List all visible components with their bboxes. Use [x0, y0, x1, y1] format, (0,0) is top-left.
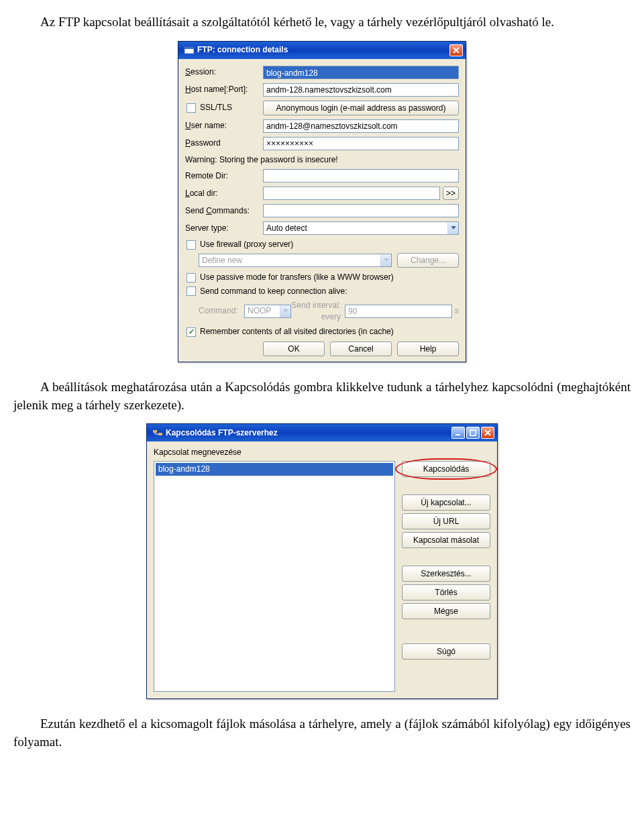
list-item[interactable]: blog-andm128 [156, 463, 393, 476]
svg-rect-3 [158, 433, 162, 435]
server-type-value: Auto detect [266, 223, 307, 234]
chevron-down-icon [380, 254, 391, 266]
change-button: Change... [397, 253, 459, 268]
interval-unit: s [452, 305, 459, 317]
user-label: User name: [185, 120, 263, 132]
close-icon[interactable] [481, 427, 494, 439]
svg-rect-1 [184, 47, 194, 49]
password-warning: Warning: Storing the password is insecur… [185, 154, 459, 166]
ftp-connection-dialog: FTP: connection details Session: blog-an… [178, 41, 466, 363]
copy-connection-button[interactable]: Kapcsolat másolat [402, 532, 490, 548]
command-label: Command: [199, 305, 244, 317]
paragraph-1: Az FTP kapcsolat beállításait a szolgált… [13, 13, 631, 32]
password-input[interactable] [263, 137, 459, 150]
noop-value: NOOP [248, 305, 271, 317]
chevron-down-icon [447, 222, 458, 234]
ftp-connect-dialog: Kapcsolódás FTP-szerverhez Kapcsolat meg… [146, 423, 498, 699]
connection-list-label: Kapcsolat megnevezése [154, 447, 490, 458]
firewall-select: Define new [199, 254, 392, 267]
svg-rect-2 [153, 430, 157, 433]
new-connection-button[interactable]: Új kapcsolat... [402, 494, 490, 511]
remember-label: Remember contents of all visited directo… [200, 326, 394, 337]
dialog-2-title: Kapcsolódás FTP-szerverhez [166, 427, 450, 439]
connection-listbox[interactable]: blog-andm128 [154, 461, 395, 692]
dialog-2-body: Kapcsolat megnevezése blog-andm128 Kapcs… [147, 441, 497, 698]
ssl-checkbox[interactable] [186, 103, 196, 113]
passive-label: Use passive mode for transfers (like a W… [200, 272, 394, 283]
remote-label: Remote Dir: [185, 170, 263, 182]
passive-checkbox[interactable] [186, 273, 196, 282]
remote-dir-input[interactable] [263, 169, 459, 182]
edit-button[interactable]: Szerkesztés... [402, 566, 490, 582]
paragraph-2: A beállítások meghatározása után a Kapcs… [13, 378, 631, 414]
anonymous-login-button[interactable]: Anonymous login (e-mail address as passw… [263, 101, 459, 115]
local-label: Local dir: [185, 188, 263, 199]
host-label: Host name[:Port]: [185, 84, 263, 95]
interval-input [345, 305, 452, 318]
session-input[interactable]: blog-andm128 [263, 66, 459, 79]
dialog-icon [184, 45, 195, 56]
firewall-option: Define new [202, 255, 242, 266]
help-button-2[interactable]: Súgó [402, 643, 490, 660]
ssl-label: SSL/TLS [200, 102, 232, 113]
delete-button[interactable]: Törlés [402, 584, 490, 600]
user-input[interactable] [263, 119, 459, 133]
svg-rect-5 [470, 430, 476, 435]
noop-select: NOOP [244, 305, 291, 318]
chevron-down-icon [280, 305, 290, 317]
dialog-1-wrap: FTP: connection details Session: blog-an… [13, 41, 631, 363]
dialog-1-body: Session: blog-andm128 Host name[:Port]: … [178, 59, 466, 362]
local-dir-browse-button[interactable]: >> [443, 187, 459, 200]
cancel-button[interactable]: Cancel [330, 342, 392, 356]
dialog-2-icon [152, 427, 163, 438]
cancel-button-2[interactable]: Mégse [402, 603, 490, 619]
firewall-label: Use firewall (proxy server) [200, 239, 293, 250]
dialog-2-titlebar[interactable]: Kapcsolódás FTP-szerverhez [147, 424, 497, 441]
maximize-icon[interactable] [466, 427, 480, 439]
keepalive-checkbox[interactable] [186, 286, 196, 296]
dialog-1-title: FTP: connection details [197, 44, 449, 56]
sendcmd-label: Send Commands: [185, 205, 263, 217]
dialog-1-titlebar[interactable]: FTP: connection details [178, 42, 466, 59]
ok-button[interactable]: OK [263, 342, 325, 356]
dialog-2-wrap: Kapcsolódás FTP-szerverhez Kapcsolat meg… [13, 423, 631, 699]
minimize-icon[interactable] [451, 427, 465, 439]
remember-checkbox[interactable] [186, 327, 196, 337]
password-label: Password [185, 138, 263, 149]
send-commands-input[interactable] [263, 204, 459, 217]
keepalive-label: Send command to keep connection alive: [200, 286, 347, 297]
host-input[interactable] [263, 83, 459, 97]
close-icon[interactable] [449, 44, 463, 56]
server-type-select[interactable]: Auto detect [263, 221, 459, 235]
new-url-button[interactable]: Új URL [402, 513, 490, 529]
interval-label: Send interval: every [291, 300, 345, 323]
help-button[interactable]: Help [397, 342, 459, 356]
session-label: Session: [185, 66, 263, 78]
servertype-label: Server type: [185, 223, 263, 234]
local-dir-input[interactable] [263, 187, 440, 200]
paragraph-3: Ezután kezdhető el a kicsomagolt fájlok … [13, 715, 631, 751]
svg-rect-4 [455, 434, 460, 435]
connect-button[interactable]: Kapcsolódás [402, 461, 490, 477]
firewall-checkbox[interactable] [186, 240, 196, 250]
